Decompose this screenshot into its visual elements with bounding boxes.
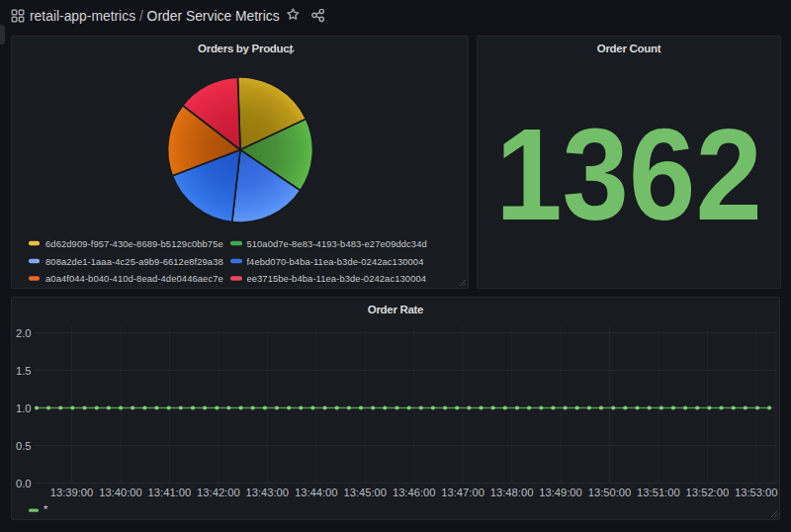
svg-text:13:51:00: 13:51:00 bbox=[637, 487, 680, 498]
svg-text:510a0d7e-8e83-4193-b483-e27e09: 510a0d7e-8e83-4193-b483-e27e09ddc34d bbox=[246, 238, 426, 249]
svg-text:808a2de1-1aaa-4c25-a9b9-6612e8: 808a2de1-1aaa-4c25-a9b9-6612e8f29a38 bbox=[45, 256, 223, 267]
svg-text:13:48:00: 13:48:00 bbox=[490, 487, 534, 498]
svg-text:13:52:00: 13:52:00 bbox=[686, 487, 730, 498]
svg-text:13:49:00: 13:49:00 bbox=[539, 487, 582, 498]
svg-text:*: * bbox=[44, 503, 48, 515]
svg-text:13:47:00: 13:47:00 bbox=[441, 487, 484, 498]
svg-text:2.0: 2.0 bbox=[16, 327, 32, 339]
svg-text:1.5: 1.5 bbox=[16, 365, 32, 377]
svg-text:ee3715be-b4ba-11ea-b3de-0242ac: ee3715be-b4ba-11ea-b3de-0242ac130004 bbox=[246, 273, 426, 284]
svg-text:13:45:00: 13:45:00 bbox=[343, 487, 387, 498]
svg-text:13:50:00: 13:50:00 bbox=[588, 487, 632, 498]
svg-text:f4ebd070-b4ba-11ea-b3de-0242ac: f4ebd070-b4ba-11ea-b3de-0242ac130004 bbox=[246, 256, 423, 267]
svg-text:13:42:00: 13:42:00 bbox=[197, 487, 240, 498]
svg-text:13:40:00: 13:40:00 bbox=[99, 487, 142, 498]
svg-text:0.0: 0.0 bbox=[16, 478, 32, 489]
svg-text:6d62d909-f957-430e-8689-b5129c: 6d62d909-f957-430e-8689-b5129c0bb75e bbox=[45, 238, 223, 249]
svg-text:13:44:00: 13:44:00 bbox=[295, 487, 338, 498]
svg-text:13:39:00: 13:39:00 bbox=[50, 487, 94, 498]
svg-text:1.0: 1.0 bbox=[16, 402, 32, 414]
svg-text:13:46:00: 13:46:00 bbox=[393, 487, 436, 498]
svg-text:13:41:00: 13:41:00 bbox=[148, 487, 192, 498]
svg-text:13:43:00: 13:43:00 bbox=[246, 487, 290, 498]
svg-text:a0a4f044-b040-410d-8ead-4de044: a0a4f044-b040-410d-8ead-4de0446aec7e bbox=[45, 273, 223, 284]
svg-text:13:53:00: 13:53:00 bbox=[735, 487, 778, 498]
svg-text:0.5: 0.5 bbox=[16, 440, 32, 452]
